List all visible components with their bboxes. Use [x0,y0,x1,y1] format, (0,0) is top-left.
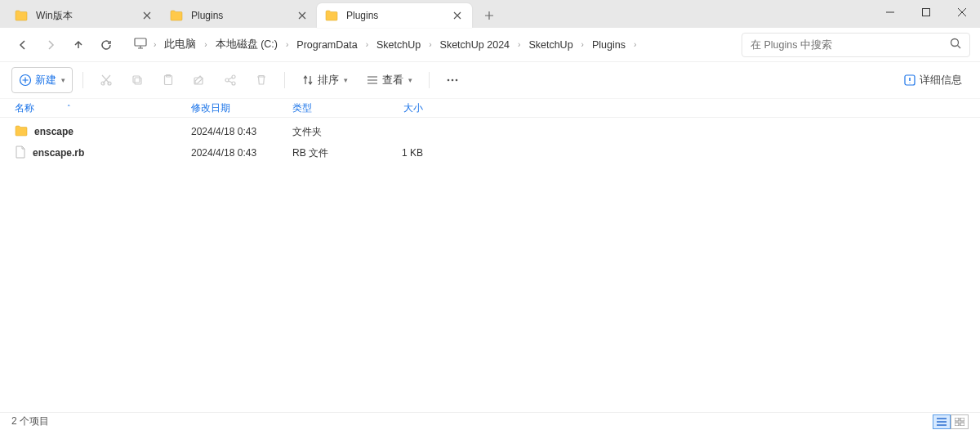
folder-icon [15,125,28,139]
file-row[interactable]: enscape.rb 2024/4/18 0:43 RB 文件 1 KB [0,142,980,163]
chevron-right-icon: › [630,40,639,49]
details-label: 详细信息 [920,73,962,87]
breadcrumb: › 此电脑 › 本地磁盘 (C:) › ProgramData › Sketch… [129,32,733,58]
search-input[interactable] [751,39,950,51]
chevron-right-icon: › [283,40,292,49]
rename-button[interactable] [186,67,212,93]
breadcrumb-item[interactable]: SketchUp [525,38,576,52]
paste-button[interactable] [155,67,181,93]
search-box[interactable] [742,33,970,57]
svg-rect-18 [955,418,959,421]
file-name-cell: enscape [15,125,191,139]
details-button[interactable]: 详细信息 [897,67,969,93]
chevron-right-icon: › [150,40,159,49]
svg-point-2 [951,39,959,47]
item-count: 2 个项目 [11,414,49,428]
chevron-right-icon: › [425,40,434,49]
new-tab-button[interactable] [477,3,501,28]
file-date: 2024/4/18 0:43 [191,147,292,159]
breadcrumb-item[interactable]: SketchUp [373,38,424,52]
chevron-down-icon: ▾ [61,76,65,84]
breadcrumb-item[interactable]: 本地磁盘 (C:) [212,36,281,53]
file-name-cell: enscape.rb [15,146,191,161]
svg-rect-21 [960,423,964,426]
toolbar: 新建 ▾ 排序 ▾ 查看 ▾ 详细信息 [0,62,980,98]
file-size: 1 KB [374,147,423,159]
svg-point-13 [232,82,235,85]
copy-button[interactable] [124,67,150,93]
tab-label: Plugins [346,10,443,21]
view-button[interactable]: 查看 ▾ [359,67,419,93]
new-label: 新建 [35,73,56,87]
search-icon[interactable] [950,38,961,52]
sort-label: 排序 [318,73,339,87]
column-name[interactable]: 名称 ˄ [15,101,191,115]
navbar: › 此电脑 › 本地磁盘 (C:) › ProgramData › Sketch… [0,28,980,62]
maximize-button[interactable] [908,0,944,25]
svg-point-14 [448,79,450,82]
chevron-right-icon: › [363,40,372,49]
close-icon[interactable] [140,9,154,22]
view-mode-switcher [933,414,969,429]
column-name-label: 名称 [15,101,34,115]
folder-icon [15,10,28,21]
sort-button[interactable]: 排序 ▾ [295,67,354,93]
svg-rect-0 [923,9,930,16]
column-size[interactable]: 大小 [374,101,423,115]
back-button[interactable] [10,32,36,58]
tab-plugins-1[interactable]: Plugins [162,3,317,28]
close-icon[interactable] [296,9,309,22]
minimize-button[interactable] [872,0,908,25]
file-row[interactable]: enscape 2024/4/18 0:43 文件夹 [0,121,980,142]
titlebar: Win版本 Plugins Plugins [0,0,980,28]
list-view-button[interactable] [933,414,951,429]
statusbar: 2 个项目 [0,412,980,430]
new-button[interactable]: 新建 ▾ [11,67,73,93]
breadcrumb-item[interactable]: Plugins [589,38,629,52]
cut-button[interactable] [93,67,119,93]
grid-view-button[interactable] [951,414,969,429]
svg-point-11 [225,78,229,82]
chevron-down-icon: ▾ [344,76,348,84]
separator [82,72,83,88]
close-window-button[interactable] [944,0,980,25]
view-label: 查看 [382,73,403,87]
breadcrumb-item[interactable]: ProgramData [293,38,360,52]
file-date: 2024/4/18 0:43 [191,126,292,137]
svg-rect-1 [135,38,146,46]
refresh-button[interactable] [93,32,119,58]
delete-button[interactable] [248,67,274,93]
more-button[interactable] [439,67,466,93]
up-button[interactable] [65,32,91,58]
chevron-down-icon: ▾ [408,76,412,84]
share-button[interactable] [217,67,243,93]
svg-rect-6 [133,76,140,83]
svg-point-15 [452,79,454,82]
monitor-icon[interactable] [134,38,147,52]
tab-plugins-2-active[interactable]: Plugins [317,3,472,28]
svg-point-16 [456,79,458,82]
file-type: RB 文件 [292,146,374,160]
close-icon[interactable] [451,9,464,22]
breadcrumb-item[interactable]: 此电脑 [161,36,199,53]
file-type: 文件夹 [292,125,374,139]
forward-button[interactable] [38,32,64,58]
file-name: enscape [34,126,74,137]
column-type[interactable]: 类型 [292,101,374,115]
separator [284,72,285,88]
separator [429,72,430,88]
chevron-right-icon: › [514,40,523,49]
folder-icon [325,10,338,21]
window-controls [872,0,980,25]
tab-win[interactable]: Win版本 [7,3,162,28]
column-header: 名称 ˄ 修改日期 类型 大小 [0,98,980,118]
column-date[interactable]: 修改日期 [191,101,292,115]
sort-indicator-icon: ˄ [67,104,71,112]
svg-rect-19 [960,418,964,421]
chevron-right-icon: › [201,40,210,49]
file-list: enscape 2024/4/18 0:43 文件夹 enscape.rb 20… [0,118,980,412]
file-name: enscape.rb [33,147,84,159]
breadcrumb-item[interactable]: SketchUp 2024 [437,38,513,52]
svg-point-12 [232,75,235,78]
file-icon [15,146,26,161]
